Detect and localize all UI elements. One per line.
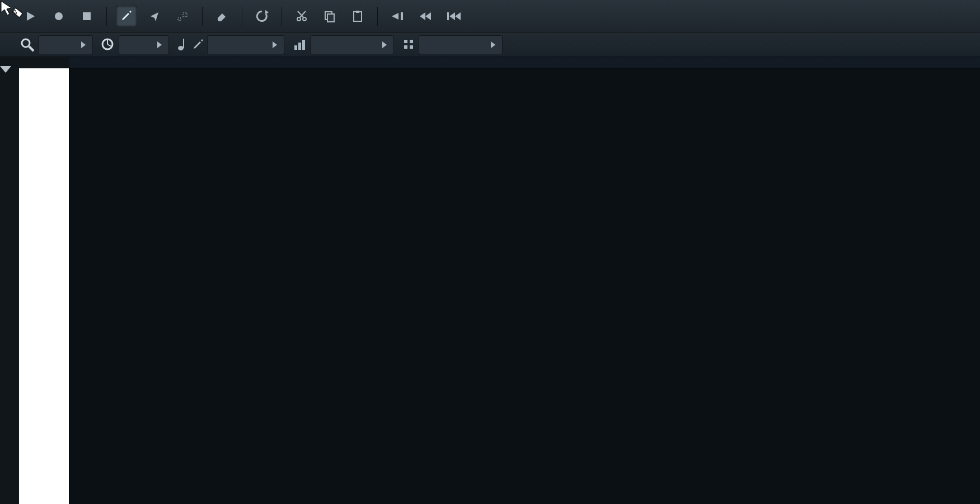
- draw-tool-icon: [120, 10, 133, 22]
- main-toolbar: [0, 0, 980, 32]
- svg-rect-30: [410, 45, 413, 49]
- note-icon: [177, 38, 189, 52]
- zoom-icon: [20, 38, 35, 52]
- scale-icon: [293, 39, 307, 51]
- svg-point-19: [22, 39, 30, 47]
- chord-dropdown[interactable]: [419, 35, 503, 54]
- erase-tool-icon: [216, 10, 228, 22]
- piano-keyboard[interactable]: [19, 68, 69, 504]
- paste-icon: [351, 10, 364, 22]
- cut-icon: [296, 10, 308, 22]
- flip-button[interactable]: [387, 6, 408, 27]
- toolbar-separator: [242, 7, 242, 26]
- erase-tool-button[interactable]: [212, 6, 233, 27]
- svg-marker-17: [449, 12, 455, 20]
- svg-rect-24: [294, 45, 297, 50]
- options-toolbar: [0, 32, 980, 57]
- record-icon: [53, 11, 64, 22]
- svg-rect-4: [183, 13, 187, 17]
- dropdown-arrow-icon: [273, 41, 277, 48]
- svg-rect-13: [401, 12, 403, 20]
- skip-start-button[interactable]: [415, 6, 436, 27]
- play-icon: [25, 11, 36, 22]
- svg-point-22: [178, 46, 184, 50]
- draw-tool-button[interactable]: [116, 6, 137, 27]
- svg-rect-9: [327, 14, 334, 22]
- paste-button[interactable]: [347, 6, 368, 27]
- svg-rect-2: [83, 12, 91, 20]
- dropdown-arrow-icon: [81, 41, 86, 48]
- dropdown-arrow-icon: [382, 41, 387, 48]
- dropdown-arrow-icon: [491, 41, 495, 48]
- skip-back-button[interactable]: [443, 6, 464, 27]
- toolbar-separator: [377, 7, 378, 26]
- toolbar-separator: [282, 7, 282, 26]
- toolbar-separator: [202, 7, 203, 26]
- svg-marker-5: [265, 10, 269, 15]
- chord-icon: [403, 39, 415, 51]
- detune-tool-button[interactable]: [172, 6, 193, 27]
- svg-rect-23: [183, 39, 184, 48]
- skip-start-icon: [419, 11, 432, 22]
- svg-rect-11: [356, 11, 359, 13]
- svg-marker-0: [27, 12, 35, 21]
- svg-marker-18: [455, 12, 461, 20]
- select-tool-icon: [148, 10, 161, 22]
- note-length-dropdown[interactable]: [207, 35, 284, 54]
- svg-line-20: [29, 46, 34, 51]
- svg-rect-16: [447, 12, 449, 20]
- skip-back-icon: [446, 11, 461, 22]
- flip-horizontal-icon: [391, 11, 404, 22]
- copy-icon: [323, 10, 336, 22]
- dropdown-arrow-icon: [157, 41, 162, 48]
- svg-marker-14: [425, 12, 431, 20]
- playhead-marker[interactable]: [0, 66, 11, 73]
- record-button[interactable]: [48, 6, 69, 27]
- stop-button[interactable]: [76, 6, 97, 27]
- svg-rect-25: [298, 43, 301, 50]
- play-button[interactable]: [20, 6, 41, 27]
- svg-rect-26: [302, 40, 305, 50]
- quantize-icon: [101, 38, 115, 52]
- detune-tool-icon: [176, 10, 189, 22]
- svg-rect-3: [178, 18, 181, 21]
- svg-rect-28: [410, 40, 413, 43]
- svg-marker-12: [392, 13, 398, 20]
- quantize-dropdown[interactable]: [119, 35, 169, 54]
- stop-icon: [81, 11, 92, 22]
- svg-rect-29: [404, 45, 407, 49]
- timeline-ruler[interactable]: [69, 57, 980, 68]
- pencil-icon: [193, 39, 204, 50]
- zoom-reset-button[interactable]: [251, 6, 273, 27]
- svg-point-1: [55, 12, 63, 20]
- select-tool-button[interactable]: [144, 6, 165, 27]
- zoom-reset-icon: [255, 9, 269, 24]
- scale-dropdown[interactable]: [310, 35, 394, 54]
- copy-button[interactable]: [319, 6, 340, 27]
- svg-rect-10: [354, 12, 362, 21]
- zoom-dropdown[interactable]: [38, 35, 93, 54]
- toolbar-separator: [106, 7, 107, 26]
- cut-button[interactable]: [291, 6, 312, 27]
- svg-marker-15: [420, 12, 425, 20]
- note-grid[interactable]: [69, 68, 980, 504]
- svg-rect-27: [404, 40, 407, 43]
